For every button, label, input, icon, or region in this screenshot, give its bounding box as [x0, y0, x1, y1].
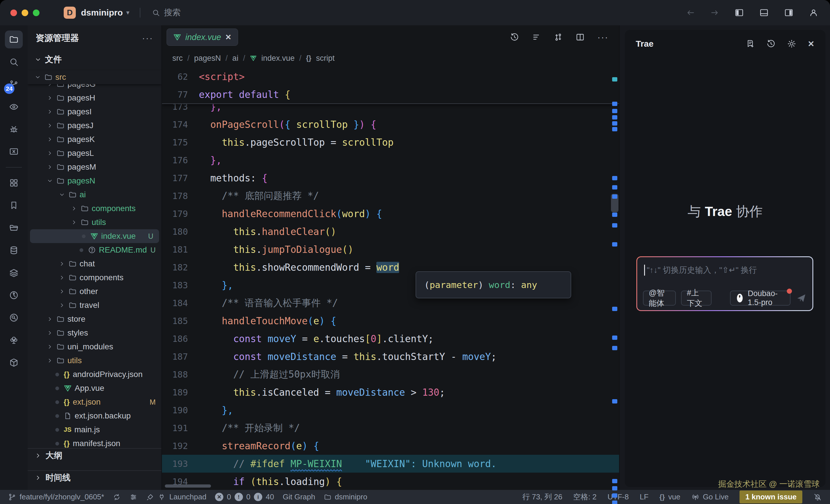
activity-item-extensions[interactable]	[0, 172, 28, 194]
language-mode-item[interactable]: {﻿} vue	[660, 493, 680, 501]
git-graph-item[interactable]: Git Graph	[283, 493, 315, 501]
tree-item-pagesH[interactable]: pagesH	[28, 91, 161, 105]
send-icon[interactable]	[796, 293, 807, 304]
activity-item-layers[interactable]	[0, 262, 28, 284]
chevron-down-icon[interactable]	[59, 192, 67, 198]
chevron-right-icon[interactable]	[59, 288, 67, 295]
compare-changes-icon[interactable]	[554, 33, 563, 42]
code-line-187[interactable]: 187 const moveDistance = this.touchStart…	[162, 348, 619, 366]
code-line-77[interactable]: 77export default {	[162, 86, 619, 103]
code-line-175[interactable]: 175 this.pageScrollTop = scrollTop	[162, 133, 619, 151]
close-panel-icon[interactable]: ✕	[808, 39, 815, 49]
activity-item-folders[interactable]	[0, 216, 28, 239]
account-icon[interactable]	[809, 8, 819, 18]
project-title[interactable]: dsminipro	[81, 8, 123, 18]
tree-item-main.js[interactable]: JSmain.js	[28, 423, 161, 437]
code-line-194[interactable]: 194 if (this.loading) {	[162, 473, 619, 490]
nav-forward-icon[interactable]	[710, 8, 719, 17]
sidebar-more-icon[interactable]: ···	[142, 33, 153, 43]
code-line-189[interactable]: 189 this.isCanceled = moveDistance > 130…	[162, 383, 619, 401]
chevron-right-icon[interactable]	[47, 150, 55, 156]
global-search[interactable]: 搜索	[152, 7, 181, 19]
tree-item-utils[interactable]: utils	[28, 215, 161, 229]
chevron-down-icon[interactable]	[35, 74, 43, 80]
activity-item-remote[interactable]	[0, 96, 28, 118]
tree-item-chat[interactable]: chat	[28, 257, 161, 271]
tree-item-ext.json[interactable]: {﻿}ext.jsonM	[28, 395, 161, 409]
agent-chip[interactable]: @智能体	[643, 291, 676, 306]
chevron-right-icon[interactable]	[59, 302, 67, 308]
chevron-right-icon[interactable]	[47, 164, 55, 170]
tree-item-pagesJ[interactable]: pagesJ	[28, 119, 161, 132]
chevron-right-icon[interactable]	[71, 205, 79, 212]
activity-item-git-graph[interactable]	[0, 284, 28, 306]
code-area[interactable]: 62<script>77export default { 173 },174 o…	[162, 68, 619, 490]
tree-item-pagesN[interactable]: pagesN	[28, 174, 161, 188]
tree-item-store[interactable]: store	[28, 312, 161, 326]
tab-close-icon[interactable]: ✕	[225, 33, 231, 42]
tree-item-utils[interactable]: utils	[28, 354, 161, 368]
chevron-right-icon[interactable]	[47, 330, 55, 336]
breadcrumb-item-ai[interactable]: ai	[232, 54, 238, 63]
chevron-right-icon[interactable]	[59, 274, 67, 281]
tree-item-ai[interactable]: ai	[28, 188, 161, 202]
chevron-down-icon[interactable]: ▾	[126, 9, 129, 16]
code-line-193[interactable]: 193 // #ifdef MP-WEIXIN "WEIXIN": Unknow…	[162, 455, 619, 473]
tree-item-pagesI[interactable]: pagesI	[28, 105, 161, 119]
activity-item-explorer[interactable]	[0, 28, 28, 51]
activity-item-source-control[interactable]: 24	[0, 73, 28, 96]
tree-item-components[interactable]: components	[28, 271, 161, 284]
tree-item-App.vue[interactable]: App.vue	[28, 381, 161, 395]
chat-input[interactable]: "↑↓" 切换历史输入，"⇧↵" 换行 @智能体 #上下文 ❜ Doubao-1…	[636, 256, 813, 311]
problems-item[interactable]: ✕0 !0 i40	[215, 493, 274, 501]
chevron-right-icon[interactable]	[47, 344, 55, 350]
chevron-down-icon[interactable]	[47, 178, 55, 184]
activity-item-monitor-x[interactable]	[0, 140, 28, 163]
project-status-item[interactable]: dsminipro	[324, 493, 368, 501]
tree-item-uni_modules[interactable]: uni_modules	[28, 340, 161, 354]
maximize-window-button[interactable]	[33, 9, 39, 16]
chevron-right-icon[interactable]	[47, 136, 55, 142]
tree-item-travel[interactable]: travel	[28, 298, 161, 312]
code-line-179[interactable]: 179 handleRecommendClick(word) {	[162, 205, 619, 223]
chevron-right-icon[interactable]	[47, 123, 55, 129]
launchpad-item[interactable]: Launchpad	[146, 493, 206, 501]
git-branch-item[interactable]: feature/fyl/zhonglv_0605*	[8, 493, 104, 501]
indent-item[interactable]: 空格: 2	[573, 492, 597, 502]
code-line-176[interactable]: 176 },	[162, 151, 619, 169]
tree-item-index.vue[interactable]: index.vueU	[30, 229, 159, 243]
code-line-190[interactable]: 190 },	[162, 401, 619, 419]
activity-item-todo-tree[interactable]	[0, 329, 28, 351]
code-line-180[interactable]: 180 this.handleClear()	[162, 223, 619, 240]
cursor-position-item[interactable]: 行 73, 列 26	[522, 492, 562, 502]
chevron-right-icon[interactable]	[47, 95, 55, 101]
code-line-178[interactable]: 178 /** 底部问题推荐 */	[162, 187, 619, 205]
code-line-186[interactable]: 186 const moveY = e.touches[0].clientY;	[162, 330, 619, 348]
activity-item-debug[interactable]	[0, 118, 28, 140]
minimize-window-button[interactable]	[22, 9, 28, 16]
chevron-right-icon[interactable]	[47, 316, 55, 322]
tree-item-README.md[interactable]: README.mdU	[28, 243, 161, 257]
context-chip[interactable]: #上下文	[681, 291, 711, 306]
code-line-185[interactable]: 185 handleTouchMove(e) {	[162, 312, 619, 330]
outline-list-icon[interactable]	[532, 33, 541, 42]
tree-item-other[interactable]: other	[28, 284, 161, 298]
code-line-188[interactable]: 188 // 上滑超过50px时取消	[162, 366, 619, 383]
chevron-right-icon[interactable]	[47, 108, 55, 115]
breadcrumb-item-script[interactable]: script	[316, 54, 334, 63]
known-issue-badge[interactable]: 1 known issue	[739, 491, 802, 503]
tree-item-pagesM[interactable]: pagesM	[28, 160, 161, 174]
toggle-bottom-panel-icon[interactable]	[759, 8, 769, 18]
code-line-174[interactable]: 174 onPageScroll({ scrollTop }) {	[162, 115, 619, 133]
split-editor-icon[interactable]	[576, 33, 585, 42]
code-line-181[interactable]: 181 this.jumpToDialogue()	[162, 240, 619, 258]
go-live-item[interactable]: Go Live	[691, 493, 729, 501]
code-line-177[interactable]: 177 methods: {	[162, 169, 619, 187]
timeline-section[interactable]: 时间线	[28, 470, 161, 485]
code-line-192[interactable]: 192 streamRecord(e) {	[162, 437, 619, 455]
tune-icon[interactable]	[129, 493, 137, 501]
outline-section[interactable]: 大纲	[28, 448, 161, 463]
tree-item-components[interactable]: components	[28, 202, 161, 215]
timeline-history-icon[interactable]	[510, 33, 519, 42]
toggle-right-panel-icon[interactable]	[784, 8, 794, 18]
